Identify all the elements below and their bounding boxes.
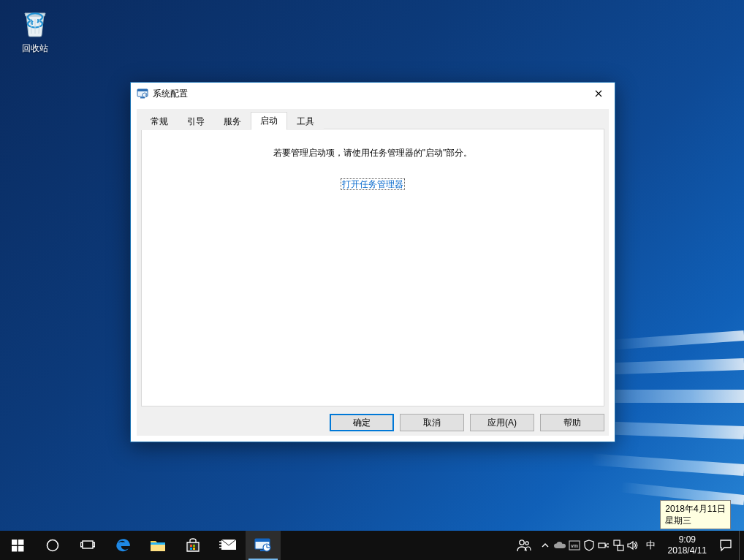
tray-network[interactable] [611,531,626,560]
svg-rect-38 [618,545,623,550]
startup-message: 若要管理启动项，请使用任务管理器的"启动"部分。 [142,147,604,159]
taskbar-store[interactable] [175,531,210,560]
taskbar-msconfig[interactable] [246,531,281,560]
tab-general[interactable]: 常规 [141,113,178,130]
cortana-search-button[interactable] [35,531,70,560]
tooltip-weekday: 星期三 [665,515,726,526]
svg-point-30 [525,542,528,545]
titlebar[interactable]: 系统配置 [131,83,615,105]
svg-rect-13 [83,541,93,548]
clock-time: 9:09 [679,534,696,545]
svg-rect-17 [151,542,165,545]
start-button[interactable] [0,531,35,560]
cancel-button[interactable]: 取消 [400,414,464,431]
ime-label: 中 [646,539,656,552]
msconfig-icon [137,88,148,99]
svg-rect-16 [151,544,165,551]
svg-rect-33 [599,543,605,548]
svg-rect-24 [255,539,270,542]
msconfig-taskbar-icon [254,537,273,554]
tray-onedrive[interactable] [553,531,567,560]
tray-security[interactable] [582,531,596,560]
taskbar-edge[interactable] [105,531,140,560]
file-explorer-icon [149,537,167,553]
tray-action-center[interactable] [713,531,739,560]
ok-button[interactable]: 确定 [330,414,394,431]
network-icon [612,540,624,551]
power-plug-icon [598,541,610,550]
svg-rect-14 [81,542,83,547]
svg-rect-18 [190,545,192,547]
clock-date: 2018/4/11 [668,545,707,556]
clock-tooltip: 2018年4月11日 星期三 [660,500,731,529]
tray-clock[interactable]: 9:09 2018/4/11 [662,531,713,560]
help-button[interactable]: 帮助 [540,414,604,431]
chevron-up-icon [542,542,549,549]
task-view-icon [80,540,95,551]
edge-icon [113,536,132,555]
svg-rect-10 [12,546,17,551]
tray-volume[interactable] [626,531,640,560]
cortana-icon [45,538,60,553]
tab-services[interactable]: 服务 [214,113,251,130]
notification-icon [719,539,732,552]
shield-icon [584,540,594,551]
windows-logo-icon [12,540,24,552]
cloud-icon [553,541,566,550]
svg-point-12 [48,540,58,551]
taskbar-file-explorer[interactable] [140,531,175,560]
people-icon [515,537,531,553]
tray-vmware-tools[interactable]: vm [567,531,582,560]
svg-rect-37 [614,540,620,545]
window-title: 系统配置 [153,88,188,100]
recycle-bin-icon [18,4,53,39]
dialog-button-row: 确定 取消 应用(A) 帮助 [330,414,604,431]
svg-point-29 [519,540,523,545]
tray-power[interactable] [596,531,611,560]
msconfig-window: 系统配置 常规 引导 服务 启动 工具 若要管理启动项，请使用任务管理器的"启动… [130,82,615,442]
vm-icon: vm [569,540,580,550]
tray-overflow-chevron[interactable] [538,531,553,560]
recycle-bin-label: 回收站 [7,42,63,55]
taskbar-mail[interactable] [210,531,246,560]
tray-people[interactable] [509,531,538,560]
tab-tools[interactable]: 工具 [287,113,324,130]
speaker-icon [627,540,639,550]
svg-rect-34 [605,545,607,547]
svg-rect-4 [137,89,148,91]
tab-strip: 常规 引导 服务 启动 工具 [141,113,604,129]
taskbar: vm [0,531,744,560]
window-client-area: 常规 引导 服务 启动 工具 若要管理启动项，请使用任务管理器的"启动"部分。 … [137,109,609,436]
svg-rect-11 [18,546,23,551]
show-desktop-button[interactable] [739,531,744,560]
store-icon [184,537,202,554]
mail-icon [219,538,238,553]
task-view-button[interactable] [70,531,105,560]
svg-rect-21 [193,548,195,550]
close-button[interactable] [582,83,615,105]
tray-ime[interactable]: 中 [640,531,662,560]
startup-tab-panel: 若要管理启动项，请使用任务管理器的"启动"部分。 打开任务管理器 [141,129,604,406]
tab-startup[interactable]: 启动 [251,112,287,130]
tab-boot[interactable]: 引导 [178,113,214,130]
recycle-bin-desktop-icon[interactable]: 回收站 [7,4,63,55]
svg-rect-19 [193,545,195,547]
svg-rect-15 [94,542,95,547]
svg-rect-9 [18,540,23,545]
desktop[interactable]: 回收站 系统配置 常规 引导 服务 [0,0,744,560]
svg-rect-8 [12,540,17,545]
svg-text:vm: vm [571,543,578,548]
apply-button[interactable]: 应用(A) [470,414,534,431]
svg-rect-20 [190,548,192,550]
open-task-manager-link[interactable]: 打开任务管理器 [341,178,405,190]
tooltip-date: 2018年4月11日 [665,503,726,515]
